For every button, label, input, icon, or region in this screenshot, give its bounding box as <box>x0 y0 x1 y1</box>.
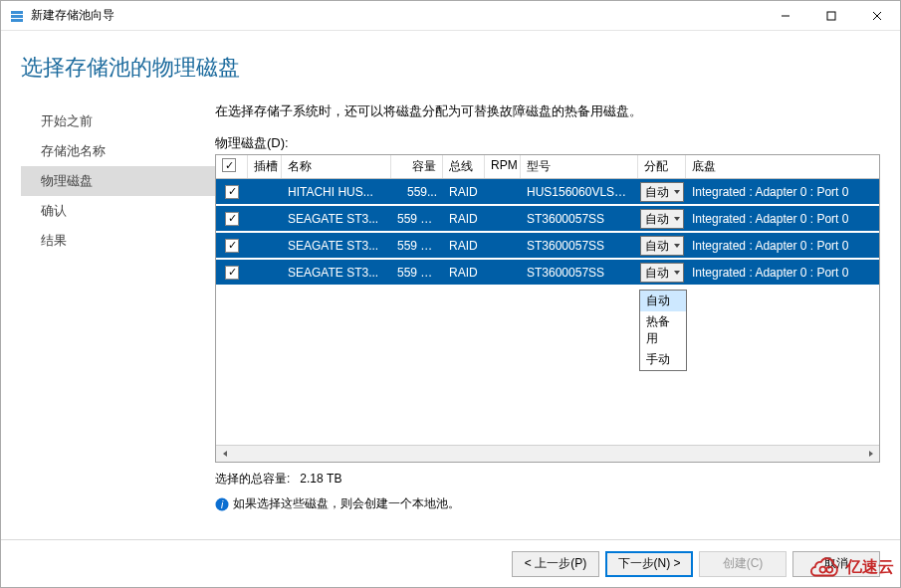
wizard-body: 选择存储池的物理磁盘 开始之前 存储池名称 物理磁盘 确认 结果 在选择存储子系… <box>1 31 900 539</box>
info-text: 如果选择这些磁盘，则会创建一个本地池。 <box>233 495 460 512</box>
cell-capacity: 559 GB <box>391 266 443 280</box>
cell-chassis: Integrated : Adapter 0 : Port 0 <box>686 185 879 199</box>
close-button[interactable] <box>854 1 900 30</box>
cloud-icon <box>808 553 842 581</box>
col-chassis[interactable]: 底盘 <box>686 155 879 178</box>
col-capacity[interactable]: 容量 <box>391 155 443 178</box>
scroll-right-icon[interactable] <box>862 446 879 463</box>
app-icon <box>9 8 25 24</box>
svg-rect-2 <box>11 19 23 22</box>
cell-model: HUS156060VLS600 <box>521 185 638 199</box>
cell-chassis: Integrated : Adapter 0 : Port 0 <box>686 239 879 253</box>
cell-chassis: Integrated : Adapter 0 : Port 0 <box>686 212 879 226</box>
grid-body: ✓ HITACHI HUS... 559... RAID HUS156060VL… <box>216 179 879 445</box>
nav-physical-disks[interactable]: 物理磁盘 <box>21 166 215 196</box>
cell-chassis: Integrated : Adapter 0 : Port 0 <box>686 266 879 280</box>
cell-bus: RAID <box>443 212 485 226</box>
cell-name: SEAGATE ST3... <box>282 239 391 253</box>
summary-label: 选择的总容量: <box>215 472 290 486</box>
table-row[interactable]: ✓ SEAGATE ST3... 559 GB RAID ST3600057SS… <box>216 233 879 260</box>
cell-capacity: 559... <box>391 185 443 199</box>
grid-header: ✓ 插槽 名称 容量 总线 RPM 型号 分配 底盘 <box>216 155 879 179</box>
cell-bus: RAID <box>443 239 485 253</box>
nav-confirm[interactable]: 确认 <box>21 196 215 226</box>
svg-point-12 <box>826 567 832 573</box>
col-bus[interactable]: 总线 <box>443 155 485 178</box>
previous-button[interactable]: < 上一步(P) <box>512 551 599 577</box>
disk-grid: ✓ 插槽 名称 容量 总线 RPM 型号 分配 底盘 ✓ <box>215 154 880 463</box>
window-title: 新建存储池向导 <box>31 7 763 24</box>
cell-model: ST3600057SS <box>521 266 638 280</box>
cell-model: ST3600057SS <box>521 212 638 226</box>
col-slot[interactable]: 插槽 <box>248 155 282 178</box>
scroll-left-icon[interactable] <box>216 446 233 463</box>
next-button[interactable]: 下一步(N) > <box>605 551 693 577</box>
allocation-combo[interactable]: 自动 <box>640 209 684 229</box>
svg-rect-4 <box>827 12 835 20</box>
grid-label: 物理磁盘(D): <box>215 134 880 152</box>
svg-point-11 <box>819 567 825 573</box>
allocation-combo[interactable]: 自动 <box>640 236 684 256</box>
table-row[interactable]: ✓ SEAGATE ST3... 559 GB RAID ST3600057SS… <box>216 206 879 233</box>
summary-value: 2.18 TB <box>300 472 341 486</box>
horizontal-scrollbar[interactable] <box>216 445 879 462</box>
allocation-combo[interactable]: 自动 <box>640 263 684 283</box>
cell-capacity: 559 GB <box>391 212 443 226</box>
watermark-text: 亿速云 <box>846 557 894 578</box>
nav-before-begin[interactable]: 开始之前 <box>21 106 215 136</box>
svg-marker-7 <box>223 451 227 457</box>
table-row[interactable]: ✓ HITACHI HUS... 559... RAID HUS156060VL… <box>216 179 879 206</box>
cell-bus: RAID <box>443 266 485 280</box>
titlebar: 新建存储池向导 <box>1 1 900 31</box>
summary: 选择的总容量: 2.18 TB <box>215 463 880 495</box>
allocation-combo[interactable]: 自动 <box>640 182 684 202</box>
table-row[interactable]: ✓ SEAGATE ST3... 559 GB RAID ST3600057SS… <box>216 260 879 287</box>
create-button: 创建(C) <box>699 551 787 577</box>
watermark: 亿速云 <box>808 553 894 581</box>
row-checkbox[interactable]: ✓ <box>225 266 239 280</box>
cell-model: ST3600057SS <box>521 239 638 253</box>
instruction-text: 在选择存储子系统时，还可以将磁盘分配为可替换故障磁盘的热备用磁盘。 <box>215 102 880 120</box>
maximize-button[interactable] <box>808 1 854 30</box>
info-icon: i <box>215 497 229 511</box>
col-rpm[interactable]: RPM <box>485 155 521 178</box>
cell-bus: RAID <box>443 185 485 199</box>
cell-name: SEAGATE ST3... <box>282 266 391 280</box>
info-line: i 如果选择这些磁盘，则会创建一个本地池。 <box>215 495 880 512</box>
nav-results[interactable]: 结果 <box>21 226 215 256</box>
main-panel: 在选择存储子系统时，还可以将磁盘分配为可替换故障磁盘的热备用磁盘。 物理磁盘(D… <box>215 102 880 539</box>
header-checkbox[interactable]: ✓ <box>216 155 248 178</box>
svg-rect-1 <box>11 15 23 18</box>
row-checkbox[interactable]: ✓ <box>225 185 239 199</box>
svg-marker-8 <box>869 451 873 457</box>
col-allocation[interactable]: 分配 <box>638 155 686 178</box>
cell-capacity: 559 GB <box>391 239 443 253</box>
col-name[interactable]: 名称 <box>282 155 391 178</box>
nav-pool-name[interactable]: 存储池名称 <box>21 136 215 166</box>
minimize-button[interactable] <box>763 1 808 30</box>
wizard-nav: 开始之前 存储池名称 物理磁盘 确认 结果 <box>21 102 215 539</box>
row-checkbox[interactable]: ✓ <box>225 212 239 226</box>
svg-rect-0 <box>11 11 23 14</box>
dropdown-option-hotspare[interactable]: 热备用 <box>640 311 686 349</box>
dropdown-option-auto[interactable]: 自动 <box>640 291 686 311</box>
cell-name: HITACHI HUS... <box>282 185 391 199</box>
col-model[interactable]: 型号 <box>521 155 638 178</box>
window-controls <box>763 1 900 30</box>
wizard-window: 新建存储池向导 选择存储池的物理磁盘 开始之前 存储池名称 物理磁盘 确认 结果… <box>0 0 901 588</box>
dropdown-option-manual[interactable]: 手动 <box>640 349 686 370</box>
row-checkbox[interactable]: ✓ <box>225 239 239 253</box>
allocation-dropdown[interactable]: 自动 热备用 手动 <box>639 290 687 371</box>
page-title: 选择存储池的物理磁盘 <box>21 53 880 83</box>
wizard-footer: < 上一步(P) 下一步(N) > 创建(C) 取消 <box>1 539 900 587</box>
cell-name: SEAGATE ST3... <box>282 212 391 226</box>
